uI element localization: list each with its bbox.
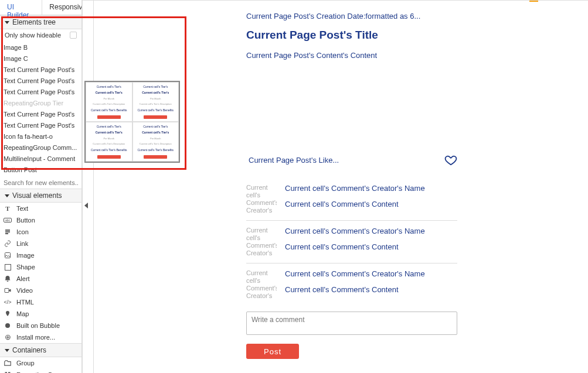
like-text: Current Page Post's Like...: [249, 156, 339, 165]
tier-line: Current cell's Tier's: [137, 85, 175, 88]
palette-item-label: Image: [16, 252, 35, 259]
palette-item-link[interactable]: Link: [0, 238, 81, 249]
comment-avatar-placeholder: Current cell's Comment's Creator's: [246, 227, 277, 257]
only-show-hideable-checkbox[interactable]: [70, 32, 77, 39]
tree-item[interactable]: Text Current Page Post's: [0, 109, 81, 120]
tier-cell: Current cell's Tier's Current cell's Tie…: [132, 82, 179, 122]
alert-icon: [4, 275, 12, 283]
html-icon: </>: [4, 298, 12, 306]
canvas-gutter: [82, 1, 94, 373]
page-preview: Current Page Post's Creation Date:format…: [240, 0, 588, 373]
comments-list: Current cell's Comment's Creator'sCurren…: [246, 178, 588, 306]
svg-point-2: [5, 323, 10, 328]
image-icon: [4, 251, 12, 259]
tier-line: Current cell's Tier's Benefits: [137, 148, 175, 152]
shape-icon: [4, 263, 12, 271]
text-icon: T: [4, 204, 12, 213]
tier-line: Per Month: [90, 137, 128, 140]
tree-item[interactable]: Button Post: [0, 165, 81, 176]
palette-item-video[interactable]: Video: [0, 285, 81, 296]
palette-item-shape[interactable]: Shape: [0, 261, 81, 273]
chevron-down-icon: [5, 349, 9, 352]
video-icon: [4, 286, 12, 295]
tree-item[interactable]: MultilineInput - Comment: [0, 153, 81, 165]
palette-item-group[interactable]: Group: [0, 357, 81, 369]
tier-cell: Current cell's Tier's Current cell's Tie…: [86, 82, 132, 122]
tree-item[interactable]: Icon fa fa-heart-o: [0, 131, 81, 142]
tree-item[interactable]: Text Current Page Post's: [0, 64, 81, 76]
tree-item[interactable]: Text Current Page Post's: [0, 120, 81, 131]
tier-line: Current cell's Tier's: [90, 131, 128, 134]
palette-item-label: Group: [16, 360, 35, 367]
palette-item-label: Video: [16, 287, 33, 294]
comment-content: Current cell's Comment's Content: [285, 200, 457, 208]
only-show-hideable-label: Only show hideable: [5, 32, 61, 39]
comment-input[interactable]: [246, 312, 457, 335]
post-button[interactable]: Post: [246, 344, 299, 359]
palette-item-alert[interactable]: Alert: [0, 273, 81, 285]
map-icon: [4, 310, 12, 318]
like-row: Current Page Post's Like...: [246, 153, 457, 166]
palette-item-label: Link: [16, 240, 28, 247]
tree-item[interactable]: Text Current Page Post's: [0, 76, 81, 87]
tree-item[interactable]: Image B: [0, 42, 81, 53]
repeating-group-thumbnail[interactable]: Current cell's Tier's Current cell's Tie…: [84, 81, 180, 163]
comment-body: Current cell's Comment's Creator's NameC…: [285, 227, 457, 257]
search-elements-input[interactable]: [0, 177, 81, 189]
tab-responsive[interactable]: Responsive: [42, 0, 82, 15]
tier-join-button: [97, 155, 121, 159]
tier-cell: Current cell's Tier's Current cell's Tie…: [132, 122, 179, 162]
tree-item[interactable]: Image C: [0, 53, 81, 64]
comment-content: Current cell's Comment's Content: [285, 242, 457, 251]
palette-item-install-more-[interactable]: ⊕Install more...: [0, 331, 81, 343]
tier-line: Current cell's Tier's: [90, 125, 128, 128]
tier-line: Current cell's Tier's Description: [137, 142, 175, 145]
tab-ui-builder[interactable]: UI Builder: [0, 0, 42, 15]
install-more--icon: ⊕: [4, 333, 12, 341]
containers-header[interactable]: Containers: [0, 343, 81, 357]
comment-row: Current cell's Comment's Creator'sCurren…: [246, 178, 457, 221]
link-icon: [4, 239, 12, 248]
tree-item[interactable]: Text Current Page Post's: [0, 87, 81, 98]
containers-list: GroupRepeating GroupPopupFloating Group: [0, 357, 81, 373]
repeating-group-icon: [4, 371, 12, 373]
tree-item[interactable]: RepeatingGroup Comm...: [0, 142, 81, 153]
palette-item-button[interactable]: abcButton: [0, 214, 81, 226]
chevron-down-icon: [5, 21, 9, 24]
comment-body: Current cell's Comment's Creator's NameC…: [285, 184, 457, 214]
tier-join-button: [97, 115, 121, 119]
comment-creator-name: Current cell's Comment's Creator's Name: [285, 269, 457, 278]
post-content: Current Page Post's Content's Content: [246, 51, 588, 60]
group-icon: [4, 359, 12, 367]
comment-row: Current cell's Comment's Creator'sCurren…: [246, 264, 457, 306]
palette-item-text[interactable]: TText: [0, 203, 81, 214]
tier-join-button: [144, 155, 167, 159]
left-tabs: UI Builder Responsive: [0, 0, 82, 15]
tree-item[interactable]: RepeatingGroup Tier: [0, 98, 81, 109]
palette-item-built-on-bubble[interactable]: Built on Bubble: [0, 320, 81, 331]
button-icon: abc: [4, 216, 12, 224]
collapse-handle-icon[interactable]: [84, 203, 88, 208]
elements-tree-label: Elements tree: [12, 18, 56, 26]
containers-label: Containers: [12, 346, 46, 354]
tier-line: Per Month: [137, 137, 175, 140]
tier-line: Per Month: [137, 97, 175, 100]
comment-avatar-placeholder: Current cell's Comment's Creator's: [246, 184, 277, 214]
tier-line: Current cell's Tier's Benefits: [90, 148, 128, 152]
palette-item-image[interactable]: Image: [0, 249, 81, 261]
visual-elements-label: Visual elements: [12, 191, 62, 200]
palette-item-label: Text: [16, 205, 28, 212]
palette-item-icon[interactable]: Icon: [0, 226, 81, 238]
built-on-bubble-icon: [4, 321, 12, 330]
palette-item-repeating-group[interactable]: Repeating Group: [0, 369, 81, 373]
tier-line: Current cell's Tier's: [137, 131, 175, 134]
icon-icon: [4, 228, 12, 236]
tier-line: Current cell's Tier's: [90, 85, 128, 88]
palette-item-label: Icon: [16, 228, 29, 235]
tier-line: Current cell's Tier's Description: [90, 142, 128, 145]
heart-icon[interactable]: [444, 153, 457, 166]
palette-item-html[interactable]: </>HTML: [0, 296, 81, 308]
palette-item-map[interactable]: Map: [0, 308, 81, 320]
visual-elements-header[interactable]: Visual elements: [0, 189, 81, 203]
left-panel: UI Builder Responsive Elements tree Only…: [0, 0, 82, 373]
